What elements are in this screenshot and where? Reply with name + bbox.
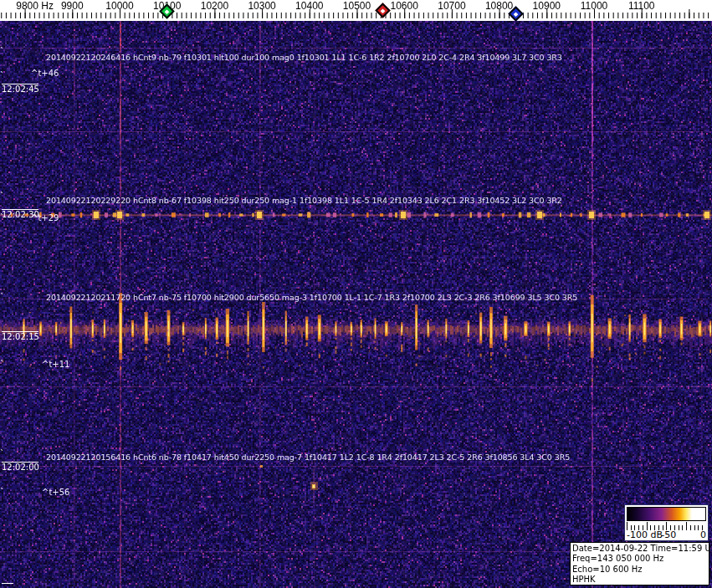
freq-tick-label: 10300 bbox=[248, 0, 275, 12]
freq-tick-label: 10700 bbox=[438, 0, 465, 12]
freq-tick-label: 10600 bbox=[391, 0, 418, 12]
freq-tick-label: 10400 bbox=[295, 0, 323, 12]
freq-tick-label: 10500 bbox=[343, 0, 371, 12]
event-annotation: 20140922120246416 hCnt9 nb-79 f10301 hit… bbox=[46, 53, 562, 62]
colorbar-gradient bbox=[627, 507, 706, 521]
left-tick-mark: ` bbox=[0, 360, 4, 369]
info-box: Date=2014-09-22 Time=11:59 UTC Freq=143 … bbox=[570, 542, 709, 585]
time-label: 12:02:15 bbox=[2, 332, 38, 341]
freq-tick-label: 11000 bbox=[581, 0, 607, 12]
colorbar-label-min: -100 dB bbox=[627, 529, 663, 540]
event-annotation: 20140922120156416 hCnt6 nb-78 f10417 hit… bbox=[46, 453, 570, 462]
freq-tick-label: 10800 bbox=[485, 0, 513, 12]
left-tick-mark: ` bbox=[0, 47, 4, 56]
time-label: 12:02:00 bbox=[2, 463, 38, 472]
event-annotation: 20140922120211720 hCnt7 nb-75 f10700 hit… bbox=[46, 293, 577, 302]
left-tick-mark: ` bbox=[0, 293, 4, 302]
colorbar-label-mid: -50 bbox=[661, 529, 676, 540]
colorbar-label-max: 0 bbox=[700, 529, 706, 540]
info-frequency: Freq=143 050 000 Hz bbox=[572, 554, 707, 564]
freq-tick-label: 11100 bbox=[628, 0, 655, 12]
event-time-offset: ^t+56 bbox=[42, 488, 69, 497]
left-tick-mark: ` bbox=[0, 213, 4, 222]
freq-tick-label: 10900 bbox=[533, 0, 561, 12]
time-tick: 12:02:00 bbox=[2, 462, 38, 472]
left-tick-mark: ` bbox=[0, 192, 4, 201]
radio-meteor-spectrogram-window: 9800 Hz990010000101001020010300104001050… bbox=[0, 0, 712, 588]
left-tick-mark: ` bbox=[0, 449, 4, 458]
time-tick-partial bbox=[2, 583, 13, 584]
info-echo: Echo=10 600 Hz bbox=[572, 565, 707, 575]
event-time-offset: ^t+46 bbox=[31, 69, 59, 78]
event-time-offset: ^t+11 bbox=[42, 360, 69, 369]
freq-tick-label: 10000 bbox=[105, 0, 133, 12]
left-tick-mark: ` bbox=[0, 71, 4, 80]
time-tick: 12:02:30 bbox=[2, 209, 38, 219]
time-label: 12:02:30 bbox=[2, 210, 38, 219]
info-station-code: HPHK bbox=[572, 575, 707, 585]
left-tick-mark: ` bbox=[0, 488, 4, 497]
info-date-time: Date=2014-09-22 Time=11:59 UTC bbox=[572, 544, 707, 554]
event-annotation: 20140922120229220 hCnt8 nb-67 f10398 hit… bbox=[46, 196, 562, 205]
freq-tick-label: 9900 bbox=[61, 0, 84, 12]
colorbar-panel: -100 dB -50 0 bbox=[624, 504, 709, 541]
time-label: 12:02:45 bbox=[2, 84, 38, 94]
freq-tick-label: 10200 bbox=[201, 0, 228, 12]
freq-tick-label: 9800 Hz bbox=[16, 0, 54, 12]
time-tick: 12:02:15 bbox=[2, 331, 38, 341]
colorbar-labels: -100 dB -50 0 bbox=[627, 529, 706, 539]
time-tick: 12:02:45 bbox=[2, 84, 38, 94]
